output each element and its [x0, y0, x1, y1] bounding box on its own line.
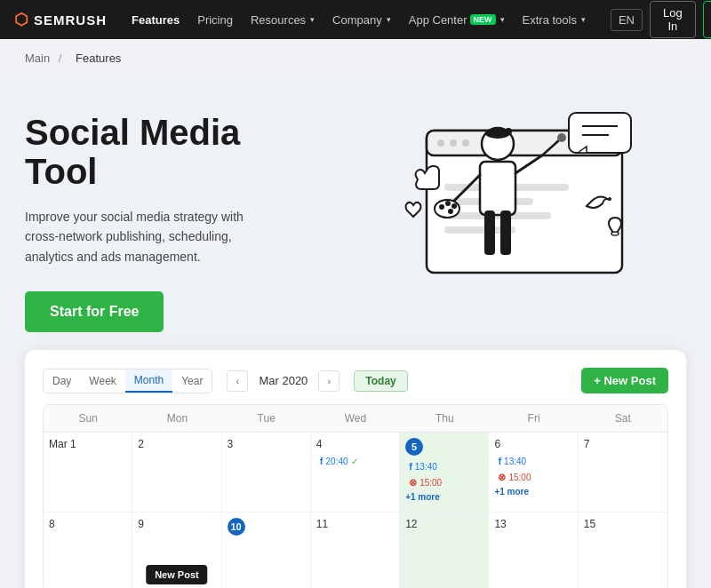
event-time: 15:00 [419, 478, 442, 488]
table-row[interactable]: Mar 1 [44, 433, 132, 513]
day-name-thu: Thu [400, 405, 489, 432]
view-tab-day[interactable]: Day [44, 369, 80, 393]
hero-description: Improve your social media strategy with … [25, 207, 274, 266]
new-post-tooltip: New Post [146, 565, 208, 584]
day-name-tue: Tue [222, 405, 311, 432]
logo[interactable]: ⬡ SEMRUSH [14, 10, 107, 29]
event-time: 20:40 [326, 457, 348, 466]
table-row[interactable]: 9 New Post [132, 513, 221, 588]
facebook-icon: f [320, 456, 324, 466]
table-row[interactable]: 3 [222, 433, 311, 513]
day-name-mon: Mon [132, 405, 221, 432]
view-tab-week[interactable]: Week [80, 369, 124, 393]
breadcrumb-current: Features [76, 52, 121, 65]
event-time: 13:40 [415, 462, 437, 472]
day-name-sun: Sun [44, 405, 132, 432]
view-tab-month[interactable]: Month [125, 369, 172, 393]
view-tab-year[interactable]: Year [172, 369, 212, 393]
google-icon: ⊗ [409, 477, 417, 489]
chevron-down-icon: ▾ [581, 15, 586, 24]
cell-date: 10 [228, 518, 305, 536]
google-icon: ⊗ [498, 472, 506, 483]
next-month-button[interactable]: › [318, 370, 340, 392]
chevron-down-icon: ▾ [310, 15, 315, 24]
semrush-logo-icon: ⬡ [14, 10, 28, 29]
nav-app-center[interactable]: App Center NEW▾ [402, 10, 512, 30]
nav-right: EN Log In Sign Up [611, 1, 711, 38]
more-events[interactable]: +1 more [405, 492, 483, 502]
svg-point-29 [611, 232, 619, 235]
calendar-view-tabs: Day Week Month Year [43, 369, 212, 393]
svg-point-20 [448, 209, 453, 214]
logo-text: SEMRUSH [34, 12, 107, 28]
svg-point-17 [439, 204, 444, 210]
nav-links: Features Pricing Resources▾ Company▾ App… [124, 10, 593, 30]
nav-resources[interactable]: Resources▾ [244, 10, 322, 30]
event-time: 15:00 [508, 473, 531, 482]
nav-features[interactable]: Features [124, 10, 187, 30]
svg-rect-14 [500, 211, 511, 255]
table-row[interactable]: 10 [222, 513, 311, 588]
calendar-navigation: ‹ Mar 2020 › Today [227, 370, 407, 392]
new-post-button[interactable]: + New Post [581, 368, 668, 393]
cell-date: 3 [228, 438, 305, 450]
more-events[interactable]: +1 more [494, 487, 571, 497]
table-row[interactable]: 11 [311, 513, 400, 588]
svg-rect-24 [569, 113, 631, 153]
table-row[interactable]: 2 [132, 433, 221, 513]
today-button[interactable]: Today [354, 370, 407, 392]
table-row[interactable]: 13 [489, 513, 578, 588]
signup-button[interactable]: Sign Up [703, 1, 711, 38]
check-icon: ✓ [351, 457, 358, 466]
svg-point-18 [445, 201, 451, 206]
table-row[interactable]: 8 [44, 513, 132, 588]
table-row[interactable]: 6 f 13:40 ⊗ 15:00 +1 more [489, 433, 578, 513]
day-name-sat: Sat [579, 405, 667, 432]
svg-rect-13 [484, 211, 495, 255]
login-button[interactable]: Log In [650, 1, 696, 38]
table-row[interactable]: 15 [579, 513, 667, 588]
cell-date: 2 [138, 438, 215, 450]
svg-point-11 [505, 128, 512, 135]
table-row[interactable]: 12 [400, 513, 489, 588]
event-time: 13:40 [504, 457, 526, 466]
calendar-event[interactable]: ⊗ 15:00 [494, 470, 571, 485]
nav-pricing[interactable]: Pricing [190, 10, 240, 30]
table-row[interactable]: 5 f 13:40 ⊗ 15:00 +1 more [400, 433, 489, 513]
cell-date: 4 [316, 438, 394, 450]
calendar-header: Day Week Month Year ‹ Mar 2020 › Today +… [43, 368, 668, 393]
hero-illustration [356, 95, 658, 344]
cell-date: 11 [316, 518, 394, 530]
calendar-event[interactable]: f 13:40 [405, 459, 483, 473]
cell-date: 15 [584, 518, 662, 530]
calendar-event[interactable]: f 13:40 [494, 454, 571, 468]
cell-date: 7 [584, 438, 662, 450]
illustration-svg [356, 95, 658, 344]
breadcrumb-main[interactable]: Main [25, 52, 50, 65]
svg-point-23 [557, 133, 566, 142]
start-free-button[interactable]: Start for Free [25, 291, 164, 332]
svg-point-2 [437, 139, 444, 147]
calendar-event[interactable]: f 20:40 ✓ [316, 454, 394, 468]
prev-month-button[interactable]: ‹ [227, 370, 248, 392]
table-row[interactable]: 4 f 20:40 ✓ [311, 433, 400, 513]
table-row[interactable]: 7 [579, 433, 667, 513]
calendar-body: Mar 1 2 3 4 f 20:40 ✓ 5 f 13:40 [44, 433, 667, 588]
chevron-down-icon: ▾ [387, 15, 391, 24]
calendar-event[interactable]: ⊗ 15:00 [405, 475, 483, 490]
nav-company[interactable]: Company▾ [325, 10, 398, 30]
svg-point-28 [608, 197, 611, 201]
day-name-fri: Fri [489, 405, 578, 432]
breadcrumb: Main / Features [0, 39, 711, 77]
cell-date: 9 [138, 518, 215, 530]
language-selector[interactable]: EN [611, 9, 643, 31]
calendar-grid: Sun Mon Tue Wed Thu Fri Sat Mar 1 2 3 4 … [43, 404, 668, 588]
nav-extra-tools[interactable]: Extra tools▾ [515, 10, 593, 30]
day-name-wed: Wed [311, 405, 400, 432]
hero-title: Social Media Tool [25, 113, 274, 191]
hero-content: Social Media Tool Improve your social me… [25, 113, 274, 332]
calendar-month-label: Mar 2020 [255, 374, 311, 387]
chevron-down-icon: ▾ [500, 15, 505, 24]
cell-date: 13 [494, 518, 571, 530]
facebook-icon: f [409, 461, 412, 472]
